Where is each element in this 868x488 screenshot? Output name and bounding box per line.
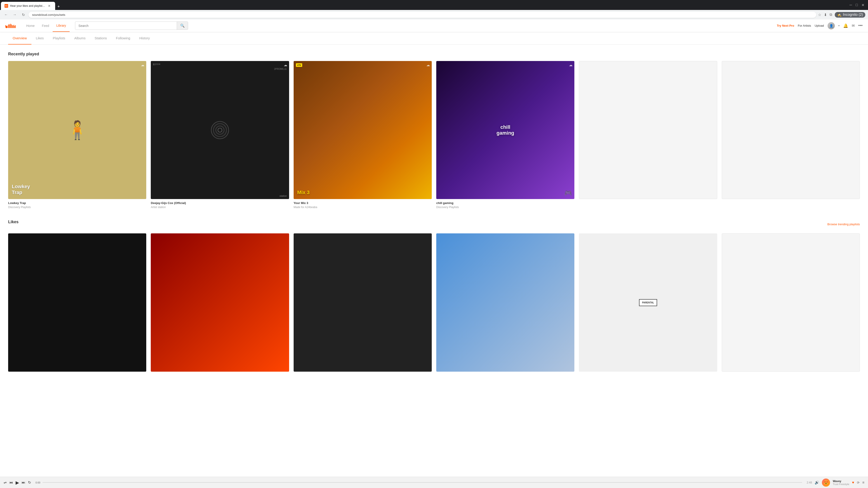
volume-icon[interactable]: 🔊 — [815, 480, 819, 485]
person-image: 🧍 — [66, 120, 89, 141]
likes-image-1 — [8, 233, 146, 371]
soundcloud-app: Home Feed Library 🔍 Try Next Pro For Art… — [0, 20, 868, 488]
vinyl-center — [218, 128, 222, 132]
likes-card-6 — [722, 233, 860, 374]
card-thumb-your-mix-3: LTU Mix 3 ☁ — [293, 61, 432, 199]
player-repost-button[interactable]: ⟳ — [857, 481, 860, 484]
mix-label: Mix 3 — [297, 190, 310, 195]
next-button[interactable]: ⏭ — [22, 481, 25, 485]
card-image-deejay-gijs: gjcox 2PROMILLE station — [151, 61, 289, 199]
likes-image-3 — [293, 233, 432, 371]
search-button[interactable]: 🔍 — [177, 22, 188, 30]
likes-thumb-2 — [151, 233, 289, 371]
recently-played-grid: 🧍 LowkeyTrap ☁ Lowkey Trap Discovery Pla… — [8, 61, 860, 209]
window-controls: ─ □ ✕ — [846, 1, 868, 9]
card-lowkey-trap[interactable]: 🧍 LowkeyTrap ☁ Lowkey Trap Discovery Pla… — [8, 61, 146, 209]
recently-played-section: Recently played 🧍 LowkeyTrap ☁ Lowkey Tr… — [8, 52, 860, 209]
card-thumb-empty-1 — [579, 61, 717, 199]
card-empty-2 — [722, 61, 860, 209]
lowkey-trap-text: LowkeyTrap — [12, 184, 30, 196]
progress-bar[interactable] — [42, 482, 802, 483]
likes-image-2 — [151, 233, 289, 371]
tab-following[interactable]: Following — [112, 32, 135, 44]
upload-button[interactable]: Upload — [815, 24, 824, 27]
forward-button[interactable]: → — [11, 11, 18, 18]
nav-feed[interactable]: Feed — [38, 20, 53, 32]
card-name-your-mix-3: Your Mix 3 — [293, 201, 432, 205]
download-icon[interactable]: ⬇ — [824, 13, 827, 17]
likes-card-2[interactable] — [151, 233, 289, 374]
soundcloud-icon-overlay-2: ☁ — [284, 63, 287, 67]
ltu-badge: LTU — [296, 63, 303, 67]
card-sub-deejay-gijs: Artist station — [151, 205, 289, 209]
tab-playlists[interactable]: Playlists — [49, 32, 70, 44]
nav-home[interactable]: Home — [23, 20, 38, 32]
card-chill-gaming[interactable]: chillgaming 🎮 ☁ chill gaming Discovery P… — [436, 61, 575, 209]
incognito-badge[interactable]: 🕵 Incognito (2) — [835, 12, 865, 18]
mail-icon[interactable]: ✉ — [852, 24, 855, 28]
notification-icon[interactable]: 🔔 — [843, 23, 848, 28]
player-more-button[interactable]: ≡ — [862, 481, 864, 485]
back-button[interactable]: ← — [3, 11, 9, 18]
shuffle-button[interactable]: ⇌ — [4, 480, 6, 485]
likes-header: Likes Browse trending playlists — [8, 220, 860, 229]
soundcloud-icon-overlay-4: ☁ — [569, 63, 572, 67]
tab-stations[interactable]: Stations — [90, 32, 112, 44]
player-track-name: Wavey — [833, 480, 849, 483]
tab-close-button[interactable]: ✕ — [47, 4, 52, 8]
station-label: station — [279, 195, 287, 197]
prev-button[interactable]: ⏮ — [9, 481, 13, 485]
svg-rect-4 — [11, 24, 11, 28]
svg-rect-3 — [10, 24, 11, 28]
extensions-icon[interactable]: ⧉ — [830, 13, 832, 17]
refresh-button[interactable]: ↻ — [20, 11, 27, 18]
player-controls: ⇌ ⏮ ▶ ⏭ ↻ — [4, 480, 31, 485]
try-next-pro-button[interactable]: Try Next Pro — [777, 24, 794, 27]
tab-likes[interactable]: Likes — [31, 32, 49, 44]
browser-chrome: SC Hear your likes and playlists, an ✕ +… — [0, 0, 868, 20]
likes-card-3[interactable] — [293, 233, 432, 374]
likes-card-5[interactable]: PARENTAL — [579, 233, 717, 374]
active-tab[interactable]: SC Hear your likes and playlists, an ✕ — [1, 2, 55, 10]
repeat-button[interactable]: ↻ — [28, 480, 31, 485]
card-image-your-mix-3: LTU Mix 3 — [293, 61, 432, 199]
avatar[interactable]: 👤 — [828, 22, 835, 29]
tab-overview[interactable]: Overview — [8, 32, 31, 44]
tab-history[interactable]: History — [135, 32, 154, 44]
tab-favicon: SC — [4, 4, 8, 8]
svg-rect-7 — [13, 25, 14, 28]
bookmark-icon[interactable]: ☆ — [818, 13, 821, 17]
nav-links: Home Feed Library — [23, 20, 70, 32]
tab-albums[interactable]: Albums — [70, 32, 90, 44]
player: ⇌ ⏮ ▶ ⏭ ↻ 0:00 2:48 🔊 😍 Wavey Trust Free… — [0, 477, 868, 488]
browse-trending-link[interactable]: Browse trending playlists — [827, 223, 860, 226]
likes-card-4[interactable] — [436, 233, 575, 374]
likes-card-1[interactable] — [8, 233, 146, 374]
card-sub-your-mix-3: Made for A24beaba — [293, 205, 432, 209]
nav-library[interactable]: Library — [53, 20, 70, 32]
avatar-dropdown-icon[interactable]: ▾ — [838, 24, 839, 27]
player-track-text: Wavey Trust Freestyle — [833, 480, 849, 486]
for-artists-button[interactable]: For Artists — [798, 24, 811, 27]
card-deejay-gijs[interactable]: gjcox 2PROMILLE station ☁ Deejay-Gijs Co… — [151, 61, 289, 209]
minimize-icon[interactable]: ─ — [849, 3, 852, 7]
sub-nav: Overview Likes Playlists Albums Stations… — [0, 32, 868, 44]
card-name-lowkey-trap: Lowkey Trap — [8, 201, 146, 205]
svg-rect-2 — [9, 24, 10, 28]
likes-thumb-5: PARENTAL — [579, 233, 717, 371]
player-album-art[interactable]: 😍 — [822, 479, 830, 487]
close-icon[interactable]: ✕ — [862, 3, 864, 7]
restore-icon[interactable]: □ — [856, 3, 858, 7]
play-button[interactable]: ▶ — [16, 480, 19, 485]
likes-title: Likes — [8, 220, 19, 224]
address-bar[interactable] — [29, 12, 816, 18]
player-right: 2:48 🔊 😍 Wavey Trust Freestyle ♥ ⟳ ≡ — [807, 479, 864, 487]
likes-thumb-6 — [722, 233, 860, 371]
player-like-button[interactable]: ♥ — [852, 481, 854, 485]
card-your-mix-3[interactable]: LTU Mix 3 ☁ Your Mix 3 Made for A24beaba — [293, 61, 432, 209]
new-tab-button[interactable]: + — [55, 3, 62, 10]
more-options-icon[interactable]: ••• — [858, 23, 863, 28]
player-time-current: 0:00 — [35, 481, 40, 484]
soundcloud-logo[interactable] — [5, 23, 16, 29]
search-input[interactable] — [75, 22, 177, 29]
